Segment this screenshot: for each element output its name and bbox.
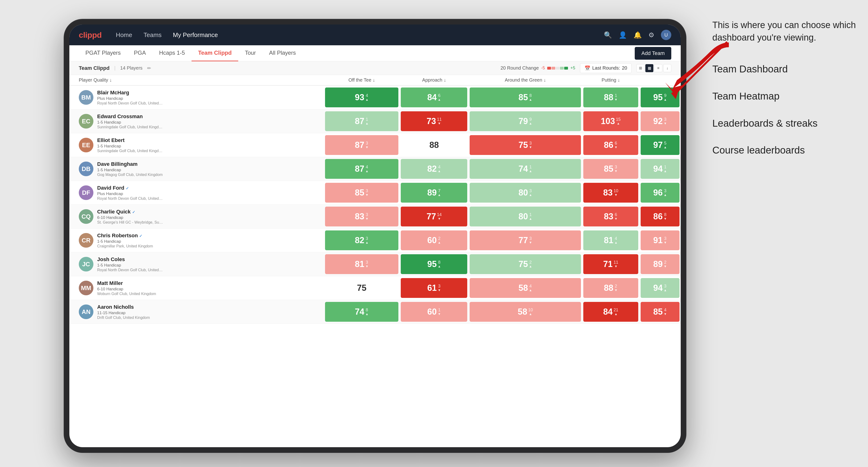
heatmap-view-button[interactable]: ▦ [645, 64, 653, 72]
metric-change: 3 ▼ [529, 236, 532, 244]
table-row[interactable]: CQ Charlie Quick ✓ 6-10 Handicap St. Geo… [69, 205, 681, 228]
change-arrow: ▲ [438, 241, 441, 244]
metric-putting: 92 3 ▼ [640, 110, 681, 133]
metric-aroundGreen: 81 4 ▲ [582, 228, 640, 252]
table-row[interactable]: EC Edward Crossman 1-5 Handicap Sunningd… [69, 110, 681, 133]
metric-value: 93 [355, 92, 365, 102]
nav-link-home[interactable]: Home [116, 31, 132, 39]
metric-value: 91 [653, 236, 662, 245]
table-row[interactable]: DF David Ford ✓ Plus Handicap Royal Nort… [69, 181, 681, 205]
people-icon[interactable]: 👤 [619, 31, 627, 39]
subnav-tour[interactable]: Tour [238, 45, 262, 61]
metric-change: 8 ▼ [663, 213, 667, 220]
last-rounds-button[interactable]: 📅 Last Rounds: 20 [580, 63, 632, 73]
change-num: 15 [616, 117, 621, 121]
change-arrow: ▲ [614, 241, 618, 244]
table-row[interactable]: MM Matt Miller 6-10 Handicap Woburn Golf… [69, 276, 681, 300]
metric-value: 97 [653, 140, 662, 150]
metric-playerQuality: 81 3 ▼ [324, 252, 400, 276]
player-info: Charlie Quick ✓ 6-10 Handicap St. George… [97, 209, 319, 224]
nav-link-teams[interactable]: Teams [144, 31, 161, 39]
metric-change: 8 ▲ [529, 93, 532, 101]
metric-value: 73 [427, 116, 436, 126]
change-num: 4 [664, 308, 666, 312]
metric-approach: 80 1 ▲ [468, 205, 582, 228]
table-row[interactable]: CR Chris Robertson ✓ 1-5 Handicap Craigm… [69, 228, 681, 252]
change-num: 3 [664, 236, 666, 241]
table-row[interactable]: EE Elliot Ebert 1-5 Handicap Sunningdale… [69, 133, 681, 157]
metric-putting: 94 1 ▲ [640, 157, 681, 181]
metric-playerQuality: 83 3 ▼ [324, 205, 400, 228]
scale-bar [547, 67, 568, 69]
change-arrow: ▼ [614, 98, 618, 101]
metric-playerQuality: 85 3 ▼ [324, 181, 400, 205]
change-num: 6 [438, 93, 440, 98]
metric-value: 87 [355, 140, 365, 150]
metric-change: 1 ▲ [365, 117, 369, 125]
metric-change: 1 ▲ [529, 213, 532, 220]
table-row[interactable]: JC Josh Coles 1-5 Handicap Royal North D… [69, 252, 681, 276]
change-arrow: ▼ [663, 312, 667, 316]
ipad-frame: clippd Home Teams My Performance 🔍 👤 🔔 ⚙… [64, 19, 686, 453]
metric-value: 85 [653, 307, 662, 317]
player-club: Royal North Devon Golf Club, United King… [97, 196, 163, 201]
change-num: 3 [366, 213, 368, 217]
col-putting: Putting ↓ [582, 75, 640, 85]
change-arrow: ▼ [663, 121, 667, 125]
metric-approach: 74 1 ▲ [468, 157, 582, 181]
metric-change: 2 ▼ [614, 284, 618, 292]
change-num: 11 [614, 260, 618, 264]
metric-change: 3 ▼ [614, 165, 618, 173]
edit-icon[interactable]: ✏ [147, 65, 151, 71]
player-club: Sunningdale Golf Club, United Kingdom [97, 149, 163, 153]
bell-icon[interactable]: 🔔 [633, 31, 642, 39]
metric-playerQuality: 74 8 ▲ [324, 300, 400, 324]
metric-change: 4 ▲ [365, 93, 369, 101]
grid-view-button[interactable]: ⊞ [637, 64, 644, 72]
change-num: 10 [528, 308, 533, 312]
metric-value: 89 [427, 188, 437, 198]
annotation-intro: This is where you can choose which dashb… [712, 19, 859, 44]
player-info: Dave Billingham 1-5 Handicap Gog Magog G… [97, 161, 319, 177]
table-row[interactable]: AN Aaron Nicholls 11-15 Handicap Drift G… [69, 300, 681, 324]
change-arrow: ▲ [365, 312, 369, 316]
metric-change: 1 ▲ [529, 165, 532, 173]
subnav-hcaps[interactable]: Hcaps 1-5 [153, 45, 191, 61]
table-row[interactable]: DB Dave Billingham 1-5 Handicap Gog Mago… [69, 157, 681, 181]
col-offtee: Off the Tee ↓ [324, 75, 400, 85]
player-cell-2: EE Elliot Ebert 1-5 Handicap Sunningdale… [69, 133, 324, 157]
change-num: 3 [529, 141, 532, 145]
table-row[interactable]: BM Blair McHarg Plus Handicap Royal Nort… [69, 85, 681, 110]
metric-value: 88 [429, 140, 439, 150]
metric-value: 82 [427, 164, 437, 174]
table-body: BM Blair McHarg Plus Handicap Royal Nort… [69, 85, 681, 324]
player-info: Aaron Nicholls 11-15 Handicap Drift Golf… [97, 304, 319, 320]
sub-nav-links: PGAT Players PGA Hcaps 1-5 Team Clippd T… [79, 45, 302, 61]
nav-link-myperformance[interactable]: My Performance [173, 31, 218, 39]
metric-change: 4 ▲ [529, 284, 532, 292]
metric-value: 87 [355, 164, 365, 174]
metric-change: 15 ▲ [616, 117, 621, 125]
metric-change: 3 ▲ [663, 284, 667, 292]
metric-change: 10 ▲ [528, 308, 533, 316]
player-avatar: JC [79, 257, 93, 272]
metric-value: 58 [518, 307, 527, 317]
metric-offTee: 61 3 ▼ [400, 276, 468, 300]
change-num: 5 [664, 141, 666, 145]
subnav-pga[interactable]: PGA [127, 45, 153, 61]
metric-value: 61 [427, 283, 437, 293]
change-arrow: ▼ [614, 217, 618, 220]
subnav-teamclippd[interactable]: Team Clippd [191, 45, 238, 61]
metric-putting: 91 3 ▼ [640, 228, 681, 252]
subnav-allplayers[interactable]: All Players [262, 45, 302, 61]
scene: clippd Home Teams My Performance 🔍 👤 🔔 ⚙… [0, 0, 868, 467]
metric-playerQuality: 93 4 ▲ [324, 85, 400, 110]
metric-change: 2 ▲ [529, 260, 532, 268]
metric-approach: 58 10 ▲ [468, 300, 582, 324]
metric-value: 84 [603, 307, 613, 317]
change-num: 14 [437, 213, 441, 217]
metric-approach: 85 8 ▲ [468, 85, 582, 110]
subnav-pgat[interactable]: PGAT Players [79, 45, 127, 61]
data-table: Player Quality ↓ Off the Tee ↓ Approach … [69, 75, 681, 324]
search-icon[interactable]: 🔍 [604, 31, 612, 39]
